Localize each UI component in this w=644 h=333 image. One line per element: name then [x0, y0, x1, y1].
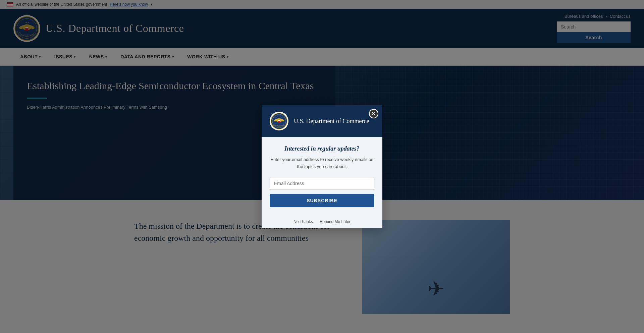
svg-rect-19	[278, 120, 280, 121]
modal-subscribe-button[interactable]: SUBSCRIBE	[270, 194, 374, 207]
modal-description: Enter your email address to receive week…	[270, 156, 374, 170]
modal-logo: DEPARTMENT OF COMMERCE	[270, 112, 288, 130]
remind-later-link[interactable]: Remind Me Later	[320, 219, 351, 224]
svg-point-22	[280, 117, 281, 118]
svg-point-21	[278, 117, 278, 118]
modal-close-button[interactable]: ✕	[369, 109, 378, 118]
no-thanks-link[interactable]: No Thanks	[293, 219, 313, 224]
modal-org-name: U.S. Department of Commerce	[294, 118, 369, 125]
modal-body: Interested in regular updates? Enter you…	[262, 137, 382, 215]
svg-point-20	[279, 117, 279, 117]
modal-email-input[interactable]	[270, 177, 374, 190]
modal-header: DEPARTMENT OF COMMERCE U.S. Department o…	[262, 105, 382, 137]
modal-footer: No Thanks Remind Me Later	[262, 215, 382, 228]
svg-text:DEPARTMENT OF COMMERCE: DEPARTMENT OF COMMERCE	[273, 125, 285, 126]
modal-overlay[interactable]: ✕ DEPARTMENT OF COMMERCE	[0, 0, 644, 333]
email-subscription-modal: ✕ DEPARTMENT OF COMMERCE	[262, 105, 382, 228]
modal-headline: Interested in regular updates?	[270, 145, 374, 152]
